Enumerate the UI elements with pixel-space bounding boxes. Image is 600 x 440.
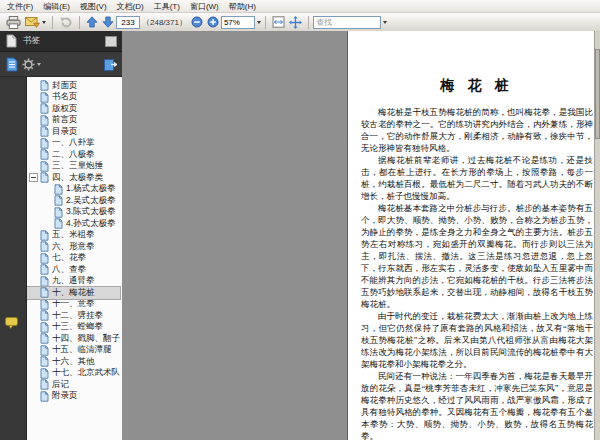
zoom-out-button[interactable] xyxy=(189,14,205,30)
bookmark-label: 七、花拳 xyxy=(52,252,86,264)
bookmark-item[interactable]: 十二、劈挂拳 xyxy=(27,310,120,322)
email-dropdown-caret[interactable] xyxy=(42,21,46,24)
bookmark-page-icon xyxy=(54,195,63,206)
page-content: 梅 花 桩 梅花桩是干枝五势梅花桩的简称，也叫梅花拳，是我国比较古老的拳种之一。… xyxy=(348,31,600,440)
toolbar-separator xyxy=(308,16,309,29)
bookmark-item[interactable]: 三、三皇炮捶 xyxy=(27,161,120,173)
menu-item[interactable]: 编辑(E) xyxy=(38,1,75,12)
zoom-level-input[interactable] xyxy=(221,16,255,29)
bookmark-page-icon xyxy=(40,161,49,172)
fit-width-icon xyxy=(272,16,285,28)
menu-item[interactable]: 窗口(W) xyxy=(185,1,224,12)
expander-minus-icon[interactable] xyxy=(29,173,38,182)
paragraph: 梅花桩基本套路之中分桩步与行步。桩步的基本姿势有五个，即大势、顺势、拗势、小势、… xyxy=(361,202,593,310)
bookmark-item[interactable]: 一、八卦掌 xyxy=(27,138,120,150)
bookmark-page-icon xyxy=(40,92,49,103)
next-page-button[interactable] xyxy=(100,14,116,30)
zoom-in-button[interactable] xyxy=(205,14,221,30)
bookmark-options-button[interactable] xyxy=(22,58,41,71)
bookmark-item[interactable]: 十四、戳脚、翻子拳 xyxy=(27,333,120,345)
page-number-input[interactable] xyxy=(116,16,140,29)
menu-item[interactable]: 工具(T) xyxy=(149,1,185,12)
bookmark-item[interactable]: 九、通臂拳 xyxy=(27,276,120,288)
bookmark-item[interactable]: 十五、临清潭腿 xyxy=(27,345,120,357)
bookmark-item[interactable]: 书名页 xyxy=(27,92,120,104)
chapter-title: 梅 花 桩 xyxy=(361,77,593,95)
email-icon xyxy=(25,16,40,28)
bookmark-page-icon xyxy=(40,172,49,183)
email-button[interactable] xyxy=(23,14,48,30)
bookmark-item[interactable]: 十一、意拳 xyxy=(27,299,120,311)
options-dropdown-caret xyxy=(37,63,41,66)
bookmark-item[interactable]: 1.杨式太极拳 xyxy=(27,184,120,196)
fit-page-button[interactable] xyxy=(287,14,304,30)
bookmark-item[interactable]: 十、梅花桩 xyxy=(27,287,120,299)
bookmark-label: 十一、意拳 xyxy=(52,298,95,310)
bookmark-item[interactable]: 封面页 xyxy=(27,80,120,92)
bookmarks-panel-icon[interactable] xyxy=(5,57,18,72)
expand-current-bookmark-icon[interactable] xyxy=(104,58,117,71)
bookmark-page-icon xyxy=(40,103,49,114)
print-button[interactable] xyxy=(4,14,23,30)
zoom-in-icon xyxy=(207,16,219,28)
scrollbar-thumb[interactable] xyxy=(595,49,600,139)
menu-item[interactable]: 文件(F) xyxy=(2,1,38,12)
bookmark-item[interactable]: 版权页 xyxy=(27,103,120,115)
bookmark-item[interactable]: 十七、北京武术队 xyxy=(27,368,120,380)
bookmark-item[interactable]: 附录页 xyxy=(27,391,120,403)
comments-panel-icon[interactable] xyxy=(5,317,20,329)
pages-panel-icon[interactable] xyxy=(5,34,17,48)
bookmark-item[interactable]: 十三、螳螂拳 xyxy=(27,322,120,334)
fit-width-button[interactable] xyxy=(270,14,287,30)
find-input[interactable] xyxy=(313,16,381,29)
toolbar-separator xyxy=(265,16,266,29)
menu-item[interactable]: 文档(D) xyxy=(112,1,149,12)
bookmark-label: 3.陈式太极拳 xyxy=(66,206,116,218)
bookmark-label: 封面页 xyxy=(52,80,78,92)
bookmark-item[interactable]: 五、米祖拳 xyxy=(27,230,120,242)
previous-view-icon xyxy=(59,16,73,28)
bookmark-item[interactable]: 四、太极拳类 xyxy=(27,172,120,184)
bookmarks-panel-title: 书签 xyxy=(23,35,40,47)
document-viewer: 梅 花 桩 梅花桩是干枝五势梅花桩的简称，也叫梅花拳，是我国比较古老的拳种之一。… xyxy=(122,31,600,440)
bookmark-item[interactable]: 七、花拳 xyxy=(27,253,120,265)
bookmarks-toolbar xyxy=(0,52,122,77)
bookmarks-panel: 书签 xyxy=(0,31,122,440)
bookmark-page-icon xyxy=(40,310,49,321)
bookmark-page-icon xyxy=(40,264,49,275)
bookmark-label: 十五、临清潭腿 xyxy=(52,344,112,356)
bookmark-item[interactable]: 目录页 xyxy=(27,126,120,138)
bookmark-item[interactable]: 后记 xyxy=(27,379,120,391)
previous-view-button[interactable] xyxy=(57,14,75,30)
chapter-body: 梅花桩是干枝五势梅花桩的简称，也叫梅花拳，是我国比较古老的拳种之一。它的练功讲究… xyxy=(361,106,593,440)
zoom-dropdown-caret[interactable] xyxy=(257,21,261,24)
bookmark-label: 五、米祖拳 xyxy=(52,229,95,241)
bookmark-item[interactable]: 3.陈式太极拳 xyxy=(27,207,120,219)
bookmark-item[interactable]: 八、查拳 xyxy=(27,264,120,276)
bookmark-label: 附录页 xyxy=(52,390,78,402)
bookmark-page-icon xyxy=(40,276,49,287)
bookmark-page-icon xyxy=(40,80,49,91)
bookmark-label: 前言页 xyxy=(52,114,78,126)
find-dropdown-caret[interactable] xyxy=(383,21,387,24)
bookmark-item[interactable]: 二、八极拳 xyxy=(27,149,120,161)
bookmark-label: 2.吴式太极拳 xyxy=(66,195,116,207)
fit-page-icon xyxy=(289,16,302,29)
bookmark-item[interactable]: 4.孙式太极拳 xyxy=(27,218,120,230)
bookmark-page-icon xyxy=(40,149,49,160)
bookmark-page-icon xyxy=(40,299,49,310)
paragraph: 据梅花桩前辈老师讲，过去梅花桩不论是练功，还是技击，都在桩上进行。在长方形的拳场… xyxy=(361,154,593,202)
panel-menu-button[interactable] xyxy=(105,36,117,47)
bookmark-item[interactable]: 2.吴式太极拳 xyxy=(27,195,120,207)
bookmark-page-icon xyxy=(40,126,49,137)
menu-item[interactable]: 帮助(H) xyxy=(224,1,261,12)
bookmark-item[interactable]: 前言页 xyxy=(27,115,120,127)
previous-page-button[interactable] xyxy=(84,14,100,30)
vertical-scrollbar[interactable] xyxy=(594,31,600,440)
bookmark-label: 八、查拳 xyxy=(52,264,86,276)
bookmark-item[interactable]: 十六、其他 xyxy=(27,356,120,368)
bookmark-label: 三、三皇炮捶 xyxy=(52,160,103,172)
bookmark-page-icon xyxy=(40,345,49,356)
bookmark-item[interactable]: 六、形意拳 xyxy=(27,241,120,253)
menu-item[interactable]: 视图(V) xyxy=(75,1,112,12)
